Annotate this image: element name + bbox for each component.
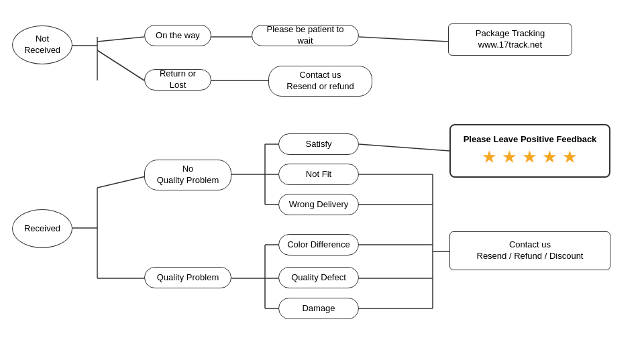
quality-problem-node: Quality Problem: [144, 267, 231, 288]
svg-line-5: [359, 37, 448, 42]
no-quality-problem-node: No Quality Problem: [144, 160, 231, 190]
received-node: Received: [12, 209, 72, 248]
svg-line-0: [97, 37, 144, 42]
svg-line-1: [97, 50, 144, 80]
quality-defect-node: Quality Defect: [278, 267, 359, 288]
positive-feedback-node: Please Leave Positive Feedback ★ ★ ★ ★ ★: [449, 124, 610, 178]
be-patient-node: Please be patient to wait: [252, 25, 359, 46]
package-tracking-node: Package Tracking www.17track.net: [448, 23, 572, 56]
not-fit-node: Not Fit: [278, 164, 359, 185]
star-rating: ★ ★ ★ ★ ★: [482, 148, 578, 168]
svg-line-21: [359, 144, 449, 151]
color-difference-node: Color Difference: [278, 234, 359, 255]
wrong-delivery-node: Wrong Delivery: [278, 194, 359, 215]
return-or-lost-node: Return or Lost: [144, 69, 211, 91]
on-the-way-node: On the way: [144, 25, 211, 46]
satisfy-node: Satisfy: [278, 133, 359, 155]
diagram: Not Received On the way Return or Lost P…: [0, 0, 644, 344]
not-received-node: Not Received: [12, 25, 72, 64]
damage-node: Damage: [278, 298, 359, 319]
contact-resend-node: Contact us Resend or refund: [268, 66, 372, 97]
contact-refund-node: Contact us Resend / Refund / Discount: [449, 231, 610, 270]
